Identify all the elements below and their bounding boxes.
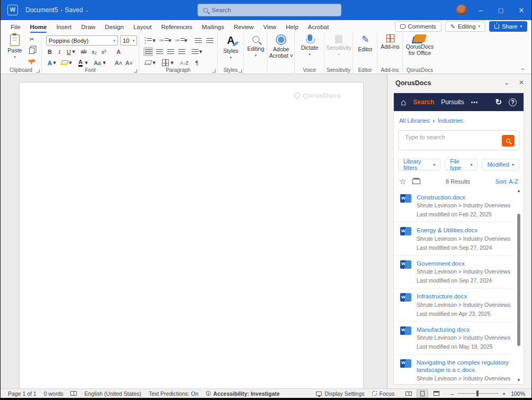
- sort-button[interactable]: A↓Z: [179, 58, 189, 67]
- justify-button[interactable]: [177, 47, 186, 56]
- font-family-combo[interactable]: Poppins (Body) ▾: [46, 35, 118, 46]
- close-button[interactable]: ✕: [512, 0, 531, 20]
- numbering-dropdown-icon[interactable]: ▾: [168, 36, 172, 45]
- editing-mode-button[interactable]: ✎ Editing ▾: [445, 21, 485, 32]
- italic-button[interactable]: I: [55, 47, 64, 56]
- file-list-item[interactable]: Energy & Utilities.docx Shrute Levinson …: [394, 222, 513, 255]
- scroll-down-icon[interactable]: ▼: [517, 378, 521, 383]
- accessibility-status[interactable]: Accessibility: Investigate: [206, 390, 279, 397]
- pane-collapse-icon[interactable]: ⌄: [504, 79, 509, 86]
- filter-dropdown[interactable]: Library filters: [398, 159, 440, 170]
- grow-font-button[interactable]: A˄: [114, 58, 123, 67]
- styles-dialog-launcher[interactable]: [239, 69, 242, 72]
- file-list-item[interactable]: Infrastructure.docx Shrute Levinson > In…: [394, 288, 513, 321]
- favorites-icon[interactable]: ☆: [399, 177, 406, 186]
- pane-search-input[interactable]: [399, 131, 519, 150]
- zoom-out-button[interactable]: –: [450, 390, 454, 397]
- editing-button[interactable]: Editing ▾: [245, 34, 266, 58]
- card-view-icon[interactable]: [412, 179, 420, 184]
- borders-button[interactable]: [160, 58, 170, 67]
- strikethrough-button[interactable]: ab: [79, 47, 88, 56]
- decrease-indent-button[interactable]: [193, 36, 203, 45]
- font-dialog-launcher[interactable]: [134, 69, 137, 72]
- scroll-up-icon[interactable]: ▲: [517, 188, 521, 193]
- bold-button[interactable]: B: [45, 47, 55, 56]
- nav-tab-pursuits[interactable]: Pursuits: [441, 98, 464, 106]
- align-center-button[interactable]: [155, 47, 164, 56]
- page-indicator[interactable]: Page 1 of 1: [8, 390, 37, 397]
- bullets-dropdown-icon[interactable]: ▾: [152, 36, 156, 45]
- menu-tab[interactable]: Acrobat: [303, 22, 334, 33]
- addins-button[interactable]: Add-ins: [380, 34, 401, 50]
- collapse-ribbon-icon[interactable]: ⌄: [520, 65, 525, 71]
- text-effects-dropdown-icon[interactable]: ▾: [52, 58, 57, 67]
- clear-formatting-button[interactable]: A: [114, 47, 123, 56]
- clipboard-dialog-launcher[interactable]: [37, 69, 40, 72]
- menu-tab[interactable]: Draw: [76, 22, 100, 33]
- borders-dropdown-icon[interactable]: ▾: [170, 58, 174, 67]
- change-case-button[interactable]: Aa: [92, 58, 103, 67]
- format-painter-button[interactable]: [27, 57, 37, 66]
- show-formatting-button[interactable]: ¶: [192, 58, 202, 67]
- menu-tab[interactable]: View: [258, 22, 281, 33]
- menu-tab[interactable]: Layout: [129, 22, 157, 33]
- menu-tab[interactable]: Design: [100, 22, 129, 33]
- comments-button[interactable]: Comments: [395, 21, 441, 32]
- multilevel-dropdown-icon[interactable]: ▾: [184, 36, 188, 45]
- change-case-dropdown-icon[interactable]: ▾: [102, 58, 106, 67]
- document-title[interactable]: Document5 Saved ⌄: [25, 6, 89, 14]
- refresh-icon[interactable]: ↻: [495, 97, 502, 107]
- editor-button[interactable]: ✎ Editor: [355, 34, 376, 52]
- text-predictions[interactable]: Text Predictions: On: [149, 390, 199, 397]
- print-layout-button[interactable]: [417, 389, 428, 398]
- file-name-link[interactable]: Construction.docx: [417, 194, 510, 201]
- zoom-percentage[interactable]: 100%: [511, 390, 525, 397]
- menu-tab[interactable]: Help: [281, 22, 303, 33]
- highlight-dropdown-icon[interactable]: ▾: [68, 58, 73, 67]
- file-name-link[interactable]: Infrastructure.docx: [417, 293, 510, 300]
- read-mode-button[interactable]: [403, 389, 414, 398]
- zoom-slider[interactable]: [457, 393, 499, 394]
- breadcrumb-industries[interactable]: Industries: [438, 117, 463, 124]
- scrollbar-thumb[interactable]: [517, 214, 520, 346]
- superscript-button[interactable]: x²: [99, 47, 109, 56]
- share-button[interactable]: Share ▾: [489, 21, 527, 32]
- pane-search-button[interactable]: [502, 135, 515, 147]
- menu-tab[interactable]: Mailings: [197, 22, 229, 33]
- home-icon[interactable]: ⌂: [401, 98, 406, 107]
- font-color-dropdown-icon[interactable]: ▾: [84, 58, 88, 67]
- paste-button[interactable]: Paste ▾: [5, 34, 25, 59]
- focus-button[interactable]: Focus: [372, 390, 395, 397]
- copy-button[interactable]: [27, 46, 37, 55]
- user-avatar[interactable]: [456, 4, 467, 16]
- zoom-in-button[interactable]: +: [502, 390, 506, 397]
- align-left-button[interactable]: [143, 47, 153, 56]
- align-right-button[interactable]: [166, 47, 175, 56]
- increase-indent-button[interactable]: [205, 36, 214, 45]
- sort-toggle[interactable]: Sort: A-Z: [495, 178, 518, 185]
- more-menu-icon[interactable]: •••: [471, 99, 479, 105]
- file-list-item[interactable]: Manufacturing.docx Shrute Levinson > Ind…: [394, 322, 513, 354]
- file-name-link[interactable]: Manufacturing.docx: [417, 326, 510, 333]
- list-scrollbar[interactable]: ▲ ▼: [516, 188, 522, 383]
- shading-dropdown-icon[interactable]: ▾: [152, 58, 156, 67]
- line-spacing-dropdown-icon[interactable]: ▾: [199, 47, 203, 56]
- nav-tab-search[interactable]: Search: [413, 98, 434, 106]
- maximize-button[interactable]: ▢: [491, 0, 510, 20]
- breadcrumb-all-libraries[interactable]: All Libraries: [399, 117, 429, 124]
- menu-tab[interactable]: Home: [25, 22, 52, 33]
- zoom-slider-thumb[interactable]: [476, 390, 479, 396]
- dictate-button[interactable]: Dictate ▾: [299, 34, 320, 57]
- file-list-item[interactable]: Government.docx Shrute Levinson > Indust…: [394, 256, 513, 288]
- web-layout-button[interactable]: [430, 389, 442, 398]
- titlebar-search[interactable]: Search: [197, 4, 341, 16]
- shrink-font-button[interactable]: A˅: [124, 58, 134, 67]
- proofing-status[interactable]: [70, 391, 77, 396]
- menu-tab[interactable]: Insert: [51, 22, 76, 33]
- document-page[interactable]: QorusDocs: [19, 82, 364, 388]
- subscript-button[interactable]: x₂: [89, 47, 99, 56]
- qorusdocs-office-button[interactable]: QorusDocs for Office: [404, 34, 436, 56]
- menu-tab[interactable]: File: [6, 22, 25, 33]
- minimize-button[interactable]: –: [471, 0, 490, 20]
- paragraph-dialog-launcher[interactable]: [212, 69, 215, 72]
